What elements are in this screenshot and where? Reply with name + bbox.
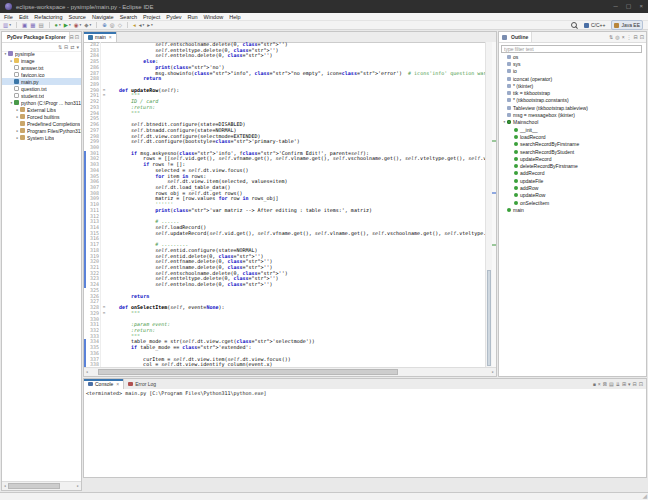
menu-pydev[interactable]: Pydev xyxy=(166,14,181,20)
menu-file[interactable]: File xyxy=(4,14,13,20)
menu-navigate[interactable]: Navigate xyxy=(92,14,114,20)
outline-item-io[interactable]: io xyxy=(499,68,646,75)
minimize-view-icon[interactable]: ⊟ xyxy=(70,33,74,42)
console-body[interactable]: <terminated> main.py [C:\Program Files\P… xyxy=(84,389,646,477)
explorer-item-pysimple[interactable]: ▾pysimple xyxy=(2,50,81,57)
scroll-track[interactable] xyxy=(90,369,490,375)
scroll-lock-icon[interactable]: ▤ xyxy=(609,380,614,389)
explorer-item-student-txt[interactable]: student.txt xyxy=(2,92,81,99)
hide-static-icon[interactable]: × xyxy=(622,33,625,42)
menu-window[interactable]: Window xyxy=(204,14,224,20)
forward-icon[interactable]: ▸▾ xyxy=(147,22,153,29)
minimize-view-icon[interactable]: ⊟ xyxy=(633,380,637,389)
explorer-item-system-libs[interactable]: ▸System Libs xyxy=(2,134,81,141)
outline-item-searchrecordbyfirstname[interactable]: searchRecordByFirstname xyxy=(499,141,646,148)
outline-item-onselectitem[interactable]: onSelectItem xyxy=(499,199,646,206)
outline-item-searchrecordbystudent[interactable]: searchRecordByStudent xyxy=(499,148,646,155)
explorer-item-main-py[interactable]: main.py xyxy=(2,78,81,85)
close-icon[interactable]: × xyxy=(116,381,119,387)
explorer-item-forced-builtins[interactable]: ▸Forced builtins xyxy=(2,113,81,120)
outline-item-msg-messagebox-tkinter[interactable]: msg = messagebox (tkinter) xyxy=(499,111,646,118)
maximize-view-icon[interactable]: ⊡ xyxy=(639,380,643,389)
minimize-view-icon[interactable]: ⊟ xyxy=(634,33,638,42)
explorer-item-predefined-completions[interactable]: Predefined Completions xyxy=(2,120,81,127)
close-button[interactable]: × xyxy=(639,0,643,13)
outline-item-os[interactable]: os xyxy=(499,53,646,60)
coverage-icon[interactable]: ◉▾ xyxy=(74,22,82,29)
last-edit-location-icon[interactable]: ◂ xyxy=(133,22,136,29)
editor-vscrollbar[interactable] xyxy=(485,42,492,368)
explorer-item-question-txt[interactable]: question.txt xyxy=(2,85,81,92)
scroll-right-icon[interactable]: ▸ xyxy=(490,370,496,374)
menu-edit[interactable]: Edit xyxy=(19,14,28,20)
remove-all-launches-icon[interactable]: ⊠ xyxy=(603,380,607,389)
scroll-thumb[interactable] xyxy=(98,369,398,375)
outline-item-addrow[interactable]: addRow xyxy=(499,184,646,191)
scroll-thumb[interactable] xyxy=(8,483,60,489)
debug-icon[interactable]: ●▾ xyxy=(55,22,61,29)
run-icon[interactable]: ▶▾ xyxy=(64,22,71,29)
remove-launch-icon[interactable]: × xyxy=(598,380,601,389)
outline-item-mainschool[interactable]: ▾Mainschool xyxy=(499,119,646,126)
scroll-track[interactable] xyxy=(8,483,75,489)
outline-item-updaterow[interactable]: updateRow xyxy=(499,192,646,199)
hide-fields-icon[interactable]: ◎ xyxy=(615,33,619,42)
maximize-view-icon[interactable]: ⊡ xyxy=(75,33,79,42)
sort-icon[interactable]: ⇅ xyxy=(609,33,613,42)
explorer-item-python-c-progr-hon311[interactable]: ▾python (C:\Progr ... hon311... xyxy=(2,99,81,106)
explorer-item-image[interactable]: ▸image xyxy=(2,57,81,64)
explorer-item-answer-txt[interactable]: answer.txt xyxy=(2,64,81,71)
outline-item-tableview-ttkbootstrap-tableview[interactable]: Tableview (ttkbootstrap.tableview) xyxy=(499,104,646,111)
explorer-hscrollbar[interactable]: ◂ ▸ xyxy=(2,481,81,490)
close-icon[interactable]: × xyxy=(109,34,112,40)
editor-hscrollbar[interactable]: ◂ ▸ xyxy=(84,367,496,376)
maximize-view-icon[interactable]: ⊡ xyxy=(640,33,644,42)
resize-grip-icon[interactable]: ◢ xyxy=(642,493,647,500)
outline-item-updatefile[interactable]: updateFile xyxy=(499,177,646,184)
new-wizard-icon[interactable]: ▥▾ xyxy=(3,22,11,29)
pin-console-icon[interactable]: ⊞ xyxy=(622,380,626,389)
outline-filter-input[interactable] xyxy=(501,45,642,53)
search-icon[interactable] xyxy=(571,22,577,28)
save-all-icon[interactable]: ▦ xyxy=(30,22,35,29)
outline-item-main[interactable]: main xyxy=(499,206,646,213)
new-module-icon[interactable]: ⊕ xyxy=(102,22,107,29)
perspective-java-ee[interactable]: Java EE xyxy=(611,20,643,30)
outline-item-deleterecordbyfirstname[interactable]: deleteRecordByFirstname xyxy=(499,162,646,169)
save-icon[interactable]: ▣ xyxy=(22,22,27,29)
explorer-item-program-files-python311[interactable]: ▸Program Files/Python311... xyxy=(2,127,81,134)
explorer-item-external-libs[interactable]: ▸External Libs xyxy=(2,106,81,113)
view-menu-icon[interactable]: ⋮ xyxy=(627,33,632,42)
outline-item-init[interactable]: __init__ xyxy=(499,126,646,133)
tab-pydev-package-explorer[interactable]: PyDev Package Explorer × xyxy=(2,32,70,42)
external-tools-icon[interactable]: ◆▾ xyxy=(84,22,91,29)
annotation-icon[interactable]: ◇ xyxy=(118,22,122,29)
tab-main[interactable]: main × xyxy=(84,32,117,42)
scroll-right-icon[interactable]: ▸ xyxy=(75,484,81,488)
tab-outline[interactable]: Outline xyxy=(499,32,532,42)
tab-console[interactable]: Console× xyxy=(84,379,124,389)
overview-ruler[interactable] xyxy=(492,42,496,368)
menu-help[interactable]: Help xyxy=(229,14,240,20)
outline-item-iconcat-operator[interactable]: iconcat (operator) xyxy=(499,75,646,82)
outline-item-ttk-ttkbootstrap[interactable]: ttk = ttkbootstrap xyxy=(499,89,646,96)
maximize-button[interactable]: ▢ xyxy=(626,0,632,13)
code-area[interactable]: 282 self.entschoolname.delete(0, class="… xyxy=(84,42,485,368)
menu-project[interactable]: Project xyxy=(143,14,160,20)
outline-item-sys[interactable]: sys xyxy=(499,60,646,67)
outline-item-addrecord[interactable]: addRecord xyxy=(499,170,646,177)
word-wrap-icon[interactable]: ⇊ xyxy=(616,380,620,389)
menu-refactoring[interactable]: Refactoring xyxy=(34,14,62,20)
menu-search[interactable]: Search xyxy=(120,14,137,20)
perspective-c-c[interactable]: C/C++ xyxy=(581,20,608,30)
menu-source[interactable]: Source xyxy=(69,14,86,20)
outline-item-loadrecord[interactable]: loadRecord xyxy=(499,133,646,140)
tab-error-log[interactable]: Error Log xyxy=(124,379,160,389)
menu-run[interactable]: Run xyxy=(188,14,198,20)
outline-item-ttkbootstrap-constants[interactable]: * (ttkbootstrap.constants) xyxy=(499,97,646,104)
explorer-item-favicon-ico[interactable]: favicon.ico xyxy=(2,71,81,78)
outline-item-tkinter[interactable]: * (tkinter) xyxy=(499,82,646,89)
scroll-thumb[interactable] xyxy=(487,270,491,366)
print-icon[interactable]: ▤ xyxy=(38,22,43,29)
outline-item-updaterecord[interactable]: updateRecord xyxy=(499,155,646,162)
